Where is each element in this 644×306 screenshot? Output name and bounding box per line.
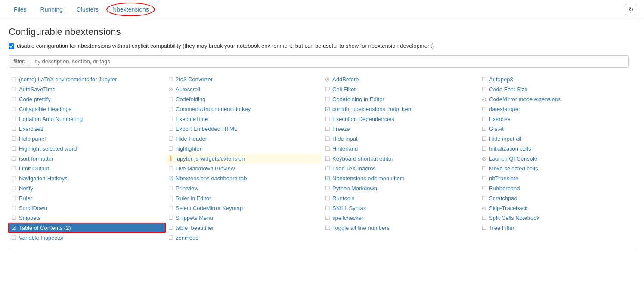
extension-item[interactable]: ☐Rubberband (479, 183, 635, 193)
extension-item[interactable]: ☐Navigation-Hotkeys (9, 173, 165, 183)
refresh-button[interactable]: ↻ (625, 4, 637, 15)
filter-input[interactable] (30, 56, 628, 67)
nav-tab-nbextensions[interactable]: Nbextensions (105, 1, 156, 18)
extension-item[interactable]: ☐Hinterland (322, 144, 479, 154)
extension-item[interactable]: ⊘Autoscroll (165, 84, 322, 94)
extension-item[interactable]: ☐highlighter (165, 144, 322, 154)
nav-tab-files[interactable]: Files (7, 1, 34, 18)
extension-item[interactable]: ☐Split Cells Notebook (479, 213, 635, 223)
extension-item[interactable]: ☐Snippets Menu (165, 213, 322, 223)
extension-name: Tree Filter (489, 225, 514, 231)
ext-checkbox-icon: ☐ (11, 235, 17, 241)
extension-item[interactable]: ☐Python Markdown (322, 183, 479, 193)
extension-item[interactable]: ☐Variable Inspector (9, 233, 165, 243)
extension-item[interactable]: ☐isort formatter (9, 154, 165, 164)
extension-item[interactable]: ☐(some) LaTeX environments for Jupyter (9, 74, 165, 84)
extension-item[interactable]: ☐Notify (9, 183, 165, 193)
nav-tab-clusters[interactable]: Clusters (70, 1, 105, 18)
extension-item[interactable]: ☐Execution Dependencies (322, 114, 479, 124)
extension-item[interactable]: ☐Keyboard shortcut editor (322, 154, 479, 164)
ext-checkbox-icon: ☑ (168, 176, 173, 181)
ext-checkbox-icon: ☐ (325, 205, 330, 211)
extension-item[interactable]: ⊘CodeMirror mode extensions (479, 94, 635, 104)
extension-item[interactable]: ☐ScrollDown (9, 203, 165, 213)
ext-checkbox-icon: ☑ (11, 225, 17, 231)
extension-item[interactable]: ☐Scratchpad (479, 193, 635, 203)
extension-name: CodeMirror mode extensions (489, 96, 561, 102)
extension-name: Autoscroll (176, 86, 200, 93)
extension-item[interactable]: ☐Hide input all (479, 134, 635, 144)
extension-item[interactable]: ☐Codefolding in Editor (322, 94, 479, 104)
extension-item[interactable]: ☐AutoSaveTime (9, 84, 165, 94)
extension-item[interactable]: ☐Highlight selected word (9, 144, 165, 154)
nav-tab-running[interactable]: Running (34, 1, 70, 18)
extension-item[interactable]: ⊘Skip-Traceback (479, 203, 635, 213)
ext-checkbox-icon: ☑ (325, 176, 330, 181)
extension-item[interactable]: ☐Help panel (9, 134, 165, 144)
extension-name: spellchecker (332, 215, 363, 221)
extension-item[interactable]: ☐Code Font Size (479, 84, 635, 94)
extension-name: contrib_nbextensions_help_item (332, 106, 412, 112)
ext-checkbox-icon: ☐ (11, 156, 17, 161)
extension-item[interactable]: ☐Ruler (9, 193, 165, 203)
extension-item[interactable]: ☐Hide input (322, 134, 479, 144)
extension-item[interactable]: ☐Exercise2 (9, 124, 165, 134)
extension-item[interactable]: ☐Collapsible Headings (9, 104, 165, 114)
extension-name: table_beautifier (176, 225, 214, 231)
extension-item[interactable]: ☐SKILL Syntax (322, 203, 479, 213)
extension-item[interactable]: ☐Snippets (9, 213, 165, 223)
extension-item[interactable]: ☐Gist-it (479, 124, 635, 134)
ext-checkbox-icon: ⊘ (481, 96, 487, 102)
extension-item[interactable]: ☐Load TeX macros (322, 164, 479, 173)
extension-name: Comment/Uncomment Hotkey (176, 106, 251, 112)
extension-item[interactable]: ☑Nbextensions edit menu item (322, 173, 479, 183)
extension-item[interactable]: ☐Comment/Uncomment Hotkey (165, 104, 322, 114)
extension-name: Nbextensions dashboard tab (176, 175, 247, 182)
extension-item[interactable]: ☐Code prettify (9, 94, 165, 104)
extension-item[interactable]: ⊘AddBefore (322, 74, 479, 84)
extension-item[interactable]: ☐Cell Filter (322, 84, 479, 94)
extension-name: Execution Dependencies (332, 116, 394, 122)
extension-item[interactable]: ☐Equation Auto Numbering (9, 114, 165, 124)
extension-item[interactable]: ☐ExecuteTime (165, 114, 322, 124)
extension-name: Ruler in Editor (176, 195, 211, 201)
extension-item[interactable]: ☐Select CodeMirror Keymap (165, 203, 322, 213)
extension-item[interactable]: ☐Toggle all line numbers (322, 223, 479, 233)
extension-item[interactable]: ☐datestamper (479, 104, 635, 114)
extension-item[interactable]: ☐nbTranslate (479, 173, 635, 183)
extension-item[interactable]: ℹjupyter-js-widgets/extension (165, 154, 322, 164)
extension-item[interactable]: ☐Exercise (479, 114, 635, 124)
ext-checkbox-icon: ☐ (481, 225, 487, 231)
extension-item[interactable]: ☐Runtools (322, 193, 479, 203)
extension-item[interactable]: ☐Limit Output (9, 164, 165, 173)
extension-name: Export Embedded HTML (176, 126, 237, 132)
extension-item[interactable]: ☐Tree Filter (479, 223, 635, 233)
extension-name: jupyter-js-widgets/extension (176, 155, 245, 162)
extension-item[interactable]: ☐Export Embedded HTML (165, 124, 322, 134)
extension-item[interactable]: ☐Move selected cells (479, 164, 635, 173)
extension-item[interactable]: ☐spellchecker (322, 213, 479, 223)
extension-item[interactable]: ☐table_beautifier (165, 223, 322, 233)
extension-name: Toggle all line numbers (332, 225, 390, 231)
extension-item[interactable]: ☐Initialization cells (479, 144, 635, 154)
extension-item[interactable]: ☐Autopep8 (479, 74, 635, 84)
extension-item[interactable]: ☐2to3 Converter (165, 74, 322, 84)
extension-name: Navigation-Hotkeys (19, 175, 68, 182)
extension-item[interactable]: ☑Nbextensions dashboard tab (165, 173, 322, 183)
extension-name: Scratchpad (489, 195, 517, 201)
ext-checkbox-icon: ☐ (168, 185, 173, 191)
extension-name: Runtools (332, 195, 354, 201)
extension-item[interactable]: ☐Hide Header (165, 134, 322, 144)
extension-item[interactable]: ☐Freeze (322, 124, 479, 134)
extension-item[interactable]: ⊘Launch QTConsole (479, 154, 635, 164)
ext-checkbox-icon: ☐ (11, 96, 17, 102)
extension-item[interactable]: ☑Table of Contents (2) (9, 223, 165, 233)
extension-item[interactable]: ☐Printview (165, 183, 322, 193)
extension-item[interactable]: ☐Codefolding (165, 94, 322, 104)
extension-item[interactable]: ☑contrib_nbextensions_help_item (322, 104, 479, 114)
extension-item[interactable]: ☐Live Markdown Preview (165, 164, 322, 173)
ext-checkbox-icon: ☐ (325, 87, 330, 92)
extension-item[interactable]: ☐zenmode (165, 233, 322, 243)
compat-checkbox[interactable] (9, 43, 14, 49)
extension-item[interactable]: ☐Ruler in Editor (165, 193, 322, 203)
